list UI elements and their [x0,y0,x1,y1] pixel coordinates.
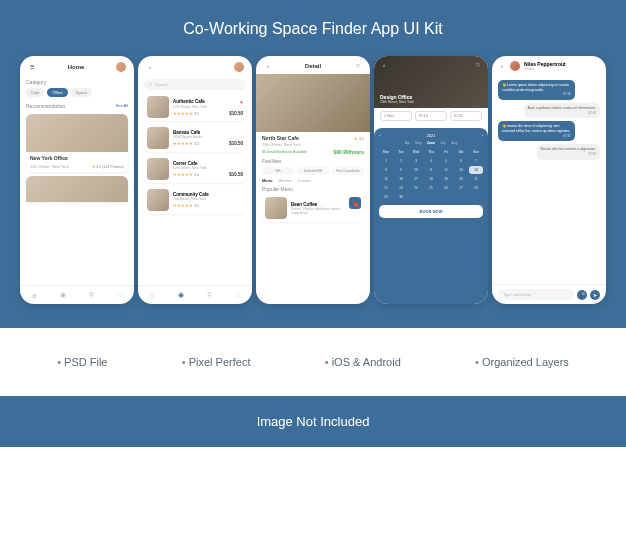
cal-day[interactable]: 14 [469,166,483,174]
reco-card-2[interactable] [26,176,128,202]
cal-day[interactable]: 8 [379,166,393,174]
reco-card[interactable]: New York Office 24th Street, New York ★ … [26,114,128,172]
cal-day[interactable]: 25 [424,184,438,192]
chat-input-field[interactable]: Type something [498,289,574,300]
cal-day[interactable]: 27 [454,184,468,192]
bookmark-button[interactable]: 🔖 [349,197,361,209]
nav-search-icon[interactable]: ⚲ [87,291,95,299]
cal-day-header: Sun [469,148,483,156]
cal-day[interactable]: 22 [379,184,393,192]
cal-day[interactable]: 29 [379,193,393,201]
cal-day[interactable]: 19 [439,175,453,183]
cal-day-header: Mon [379,148,393,156]
cal-day[interactable]: 7 [469,157,483,165]
price: $10.50 [229,141,243,146]
cal-day[interactable]: 12 [439,166,453,174]
facility-cancel: Free Cancellation [332,167,364,175]
facility-wifi: Wifi [262,167,294,175]
chip-space[interactable]: Space [71,88,92,97]
cal-month[interactable]: May [415,141,422,145]
footer-note: Image Not Included [0,396,626,447]
duration-select[interactable]: 1 Hour [380,111,412,121]
nav-profile-icon[interactable]: ♡ [116,291,124,299]
tab-review[interactable]: Review [278,178,291,183]
nav-home-icon[interactable]: ⌂ [30,291,38,299]
tab-menu[interactable]: Menu [262,178,272,183]
stars-icon: ★★★★★ 4.5 [173,111,199,116]
back-icon[interactable]: ‹ [498,62,506,70]
list-image [147,96,169,118]
cal-day[interactable]: 2 [394,157,408,165]
tab-contact[interactable]: Contact [298,178,312,183]
search-input[interactable]: ⚲ Search [144,79,246,90]
back-icon[interactable]: ‹ [146,63,154,71]
cal-day-header: Sat [454,148,468,156]
cal-day[interactable]: 3 [409,157,423,165]
cal-day[interactable]: 30 [394,193,408,201]
chat-message: Nostra eleo lao montes a dignissim.07:32 [537,144,600,159]
cal-day[interactable]: 11 [424,166,438,174]
list-sub: 3456 Space Street [173,135,243,139]
back-icon[interactable]: ‹ [380,61,388,69]
cal-day[interactable]: 15 [379,175,393,183]
cal-day[interactable]: 28 [469,184,483,192]
cal-month[interactable]: Aug [451,141,457,145]
heart-icon[interactable]: ♡ [354,62,362,70]
send-button[interactable]: ➤ [590,290,600,300]
cal-day[interactable]: 16 [394,175,408,183]
rating: ★ 4.5 [354,136,364,141]
chip-cafe[interactable]: Cafe [26,88,44,97]
chat-message: 👋 Lorem ipsum totam adipiscing ex nostra… [498,80,575,100]
chat-avatar[interactable] [510,61,520,71]
heart-icon[interactable]: ♡ [474,61,482,69]
end-time[interactable]: 07:32 [450,111,482,121]
card-title: New York Office [30,155,124,161]
cal-day[interactable]: 10 [409,166,423,174]
price: $90.99/hours [333,149,364,155]
cal-next-icon[interactable]: › [482,133,483,138]
menu-sub: Drinks, Photos additional cream experien… [291,207,345,215]
nav-location-icon[interactable]: ◉ [177,291,185,299]
cal-day[interactable]: 4 [424,157,438,165]
cal-day[interactable]: 23 [394,184,408,192]
cal-month[interactable]: Apr [405,141,410,145]
home-title: Home [68,64,85,70]
list-item[interactable]: Community Cafe 2nd Street, New York ★★★★… [144,186,246,214]
see-all-link[interactable]: See All [116,103,128,108]
cal-day[interactable]: 1 [379,157,393,165]
price: $10.50 [229,172,243,177]
cal-month[interactable]: July [440,141,446,145]
cal-day[interactable]: 26 [439,184,453,192]
nav-search-icon[interactable]: ⚲ [205,291,213,299]
cal-day[interactable]: 13 [454,166,468,174]
cal-day[interactable]: 5 [439,157,453,165]
cal-day[interactable]: 24 [409,184,423,192]
cal-day[interactable]: 18 [424,175,438,183]
menu-item[interactable]: Bean Coffee Drinks, Photos additional cr… [262,194,364,222]
cal-day[interactable]: 20 [454,175,468,183]
cal-day[interactable]: 9 [394,166,408,174]
list-item[interactable]: Authentic Cafe♥ 27th Street, New York ★★… [144,93,246,121]
nav-location-icon[interactable]: ◉ [59,291,67,299]
avatar[interactable] [234,62,244,72]
cal-day[interactable]: 17 [409,175,423,183]
menu-icon[interactable]: ☰ [28,63,36,71]
list-title: Authentic Cafe [173,99,205,104]
kit-title: Co-Working Space Finder App UI Kit [0,20,626,38]
list-item[interactable]: Banvau Cafe 3456 Space Street ★★★★★ 4.5$… [144,124,246,152]
nav-home-icon[interactable]: ⌂ [148,291,156,299]
cal-day[interactable]: 21 [469,175,483,183]
avatar[interactable] [116,62,126,72]
cal-month-active[interactable]: June [427,141,435,145]
nav-profile-icon[interactable]: ♡ [234,291,242,299]
cal-day[interactable]: 6 [454,157,468,165]
start-time[interactable]: 07:10 [415,111,447,121]
cal-prev-icon[interactable]: ‹ [379,133,380,138]
chip-office[interactable]: Office [47,88,67,97]
back-icon[interactable]: ‹ [264,62,272,70]
card-sub: 24th Street, New York [30,164,69,169]
mic-button[interactable]: 🎤 [577,290,587,300]
book-button[interactable]: BOOK NOW [379,205,483,218]
list-image [147,127,169,149]
list-item[interactable]: Cerrer Cafe 52th Street, New York ★★★★★ … [144,155,246,183]
